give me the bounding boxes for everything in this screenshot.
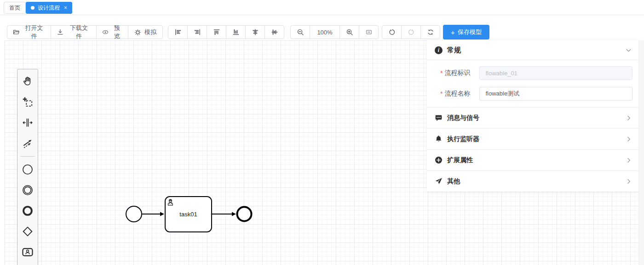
vertical-scrollbar[interactable] [638,40,644,265]
create-gateway[interactable] [18,221,37,242]
magnifier-plus-icon [346,28,353,36]
task-label: task01 [179,211,197,218]
gear-icon [134,29,141,36]
chevron-right-icon[interactable] [626,178,632,185]
align-center-vertical-icon [271,28,278,36]
create-end-event[interactable] [18,200,37,221]
start-event-shape[interactable] [126,206,142,222]
global-connect-tool[interactable] [18,133,37,153]
align-top-button[interactable] [207,25,226,39]
tags-view-bar: 首页 设计流程 × [0,0,644,15]
sequence-flow-2[interactable] [212,212,236,216]
process-id-input[interactable] [479,66,632,80]
chevron-right-icon[interactable] [626,157,632,164]
save-model-button[interactable]: + 保存模型 [443,25,489,39]
tab-home[interactable]: 首页 [4,2,26,14]
align-right-button[interactable] [187,25,207,39]
user-task-shape[interactable]: task01 [165,197,212,232]
end-event-shape[interactable] [237,207,252,221]
properties-panel: i 常规 * 流程标识 * 流程名称 消息与信号 [427,40,639,192]
preview-button[interactable]: 预览 [96,25,128,39]
process-name-row: * 流程名称 [440,87,632,101]
send-icon [435,177,443,185]
open-file-button[interactable]: 打开文件 [7,25,51,39]
redo-button[interactable] [401,25,421,39]
undo-arrow-icon [388,28,396,36]
message-icon [435,114,443,122]
download-file-button[interactable]: 下载文件 [51,25,97,39]
chevron-down-icon[interactable] [625,47,632,54]
create-intermediate-event[interactable] [18,180,37,200]
process-name-input[interactable] [479,87,632,101]
align-right-icon [194,28,201,36]
simulate-button[interactable]: 模拟 [128,25,163,39]
align-center-vertical-button[interactable] [264,25,284,39]
download-file-label: 下载文件 [67,24,91,40]
section-execution-listeners[interactable]: 执行监听器 [427,129,639,150]
create-start-event[interactable] [18,159,37,180]
chevron-right-icon[interactable] [626,136,632,142]
info-circle-icon: i [435,46,443,54]
create-user-task[interactable] [18,242,37,262]
align-left-icon [174,28,182,36]
align-bottom-icon [232,28,240,36]
align-left-button[interactable] [168,25,188,39]
active-dot-icon [31,6,34,10]
plus-icon: + [451,29,455,36]
file-actions-group: 打开文件 下载文件 预览 模拟 [7,25,163,39]
refresh-arrows-icon [427,28,434,36]
section-other-title: 其他 [447,177,621,186]
tab-design-process[interactable]: 设计流程 × [26,2,72,14]
process-name-label: 流程名称 [444,90,479,98]
general-form: * 流程标识 * 流程名称 [427,60,639,107]
simulate-label: 模拟 [144,28,156,36]
fit-viewport-icon [365,28,373,36]
zoom-level-value: 100% [317,29,332,36]
preview-label: 预览 [112,24,122,40]
bpmn-palette [17,69,38,265]
tab-design-label: 设计流程 [38,4,60,12]
space-tool[interactable] [18,112,37,133]
section-extended-properties[interactable]: 扩展属性 [427,150,639,171]
align-center-horizontal-button[interactable] [245,25,265,39]
required-mark: * [440,69,443,77]
align-center-horizontal-icon [252,28,259,36]
zoom-in-button[interactable] [339,25,359,39]
undo-button[interactable] [382,25,402,39]
bpmn-diagram: task01 [115,187,267,243]
lasso-tool[interactable] [18,91,37,112]
open-file-label: 打开文件 [23,24,45,40]
tab-home-label: 首页 [9,5,20,11]
section-listeners-title: 执行监听器 [447,135,621,143]
zoom-level-indicator[interactable]: 100% [310,25,340,39]
hand-tool[interactable] [18,71,37,91]
hand-icon [22,75,34,87]
eye-icon [102,28,109,36]
fit-viewport-button[interactable] [359,25,379,39]
process-id-label: 流程标识 [444,69,479,77]
folder-open-icon [13,28,20,36]
download-icon [57,28,64,36]
end-event-icon [22,205,34,217]
align-top-icon [213,28,220,36]
section-general-title: 常规 [447,46,621,55]
section-messages-signals[interactable]: 消息与信号 [427,107,639,129]
arrowhead-icon [160,212,164,216]
sequence-flow-1[interactable] [142,212,164,216]
start-event-icon [22,164,34,175]
section-other[interactable]: 其他 [427,171,639,192]
plus-circle-icon [435,156,443,164]
intermediate-event-icon [22,184,34,196]
zoom-out-button[interactable] [290,25,310,39]
bell-icon [435,135,443,143]
chevron-right-icon[interactable] [626,115,632,121]
space-tool-icon [22,117,34,129]
align-bottom-button[interactable] [226,25,246,39]
lasso-icon [22,96,34,108]
history-tools-group [382,25,440,39]
close-icon[interactable]: × [64,5,67,11]
gateway-diamond-icon [22,226,34,237]
section-general-header[interactable]: i 常规 [427,40,639,60]
user-task-icon [21,246,34,259]
refresh-button[interactable] [420,25,440,39]
